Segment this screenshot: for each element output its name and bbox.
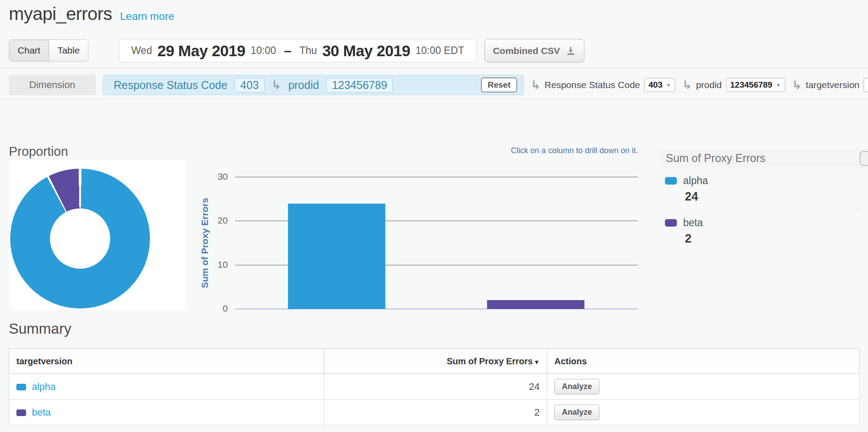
selector-label: targetversion: [806, 80, 859, 90]
start-day: Wed: [131, 45, 152, 57]
column-header-label: Sum of Proxy Errors: [447, 356, 533, 366]
view-toggle: Chart Table: [9, 39, 88, 62]
dimension-selector-group: ↳ Response Status Code 403 ▼: [531, 78, 675, 92]
column-header-sum-proxy-errors[interactable]: Sum of Proxy Errors▼: [324, 349, 547, 374]
summary-title: Summary: [9, 320, 71, 337]
download-icon: [565, 46, 576, 56]
legend-item-alpha: alpha: [665, 175, 868, 187]
bar-alpha[interactable]: [288, 204, 385, 309]
branch-arrow-icon: ↳: [531, 79, 541, 91]
legend-value: 2: [685, 232, 868, 246]
end-date: 30 May 2019: [322, 42, 410, 60]
row-value-alpha: 24: [324, 374, 547, 400]
selector-dropdown-status-code[interactable]: 403 ▼: [644, 78, 676, 92]
summary-table: targetversion Sum of Proxy Errors▼ Actio…: [9, 348, 860, 425]
selector-label: Response Status Code: [545, 80, 640, 90]
y-tick: 30: [208, 171, 228, 182]
row-link-beta[interactable]: beta: [32, 407, 51, 418]
table-row-alpha: alpha 24 Analyze: [9, 374, 860, 400]
toolbar: Chart Table Wed 29 May 2019 10:00 – Thu …: [9, 39, 868, 62]
date-range-picker[interactable]: Wed 29 May 2019 10:00 – Thu 30 May 2019 …: [119, 39, 476, 62]
row-swatch-beta: [16, 409, 26, 416]
dimension-bar: Dimension Response Status Code 403 ↳ pro…: [9, 74, 868, 96]
legend-title: Sum of Proxy Errors: [659, 149, 868, 167]
selector-value: 123456789: [730, 80, 772, 90]
table-header-row: targetversion Sum of Proxy Errors▼ Actio…: [9, 349, 860, 374]
row-value-beta: 2: [324, 400, 547, 425]
legend-label: alpha: [683, 175, 708, 187]
dimension-label: Dimension: [9, 75, 96, 95]
selector-dropdown-targetversion[interactable]: All ▼: [864, 78, 868, 92]
legend-overflow-button[interactable]: [860, 151, 868, 166]
sort-descending-icon: ▼: [534, 359, 540, 366]
dimension-selector-group: ↳ targetversion All ▼: [792, 78, 868, 92]
page-header: myapi_errors Learn more: [9, 4, 174, 24]
column-header-actions: Actions: [547, 349, 860, 374]
proportion-donut-chart[interactable]: [10, 169, 150, 309]
legend-item-beta: beta: [665, 217, 868, 229]
combined-csv-button[interactable]: Combined CSV: [484, 39, 584, 62]
filter-value-chip[interactable]: 403: [234, 78, 265, 93]
y-tick: 10: [208, 259, 228, 270]
header-divider: [0, 68, 868, 69]
date-range-separator: –: [281, 43, 294, 58]
legend-swatch-beta: [665, 219, 677, 227]
gridline-30: [235, 177, 638, 177]
chevron-down-icon: ▼: [776, 82, 781, 88]
row-swatch-alpha: [16, 384, 26, 390]
legend-divider: [665, 210, 860, 210]
dimension-selector-group: ↳ prodid 123456789 ▼: [682, 78, 785, 92]
selector-label: prodid: [696, 80, 722, 90]
legend-panel: Sum of Proxy Errors alpha 24 beta 2: [659, 149, 868, 252]
start-date: 29 May 2019: [157, 42, 246, 60]
table-row-beta: beta 2 Analyze: [9, 400, 860, 425]
tab-chart[interactable]: Chart: [9, 40, 49, 61]
analyze-button-alpha[interactable]: Analyze: [554, 379, 599, 394]
bar-chart: Sum of Proxy Errors 30 20 10 0: [235, 177, 638, 309]
learn-more-link[interactable]: Learn more: [120, 10, 174, 23]
start-time: 10:00: [251, 45, 277, 57]
y-axis-label: Sum of Proxy Errors: [200, 198, 210, 288]
tab-table[interactable]: Table: [49, 40, 88, 61]
proportion-chart-panel: [9, 160, 186, 310]
drill-down-hint: Click on a column to drill down on it.: [511, 146, 638, 155]
row-link-alpha[interactable]: alpha: [32, 381, 56, 392]
branch-arrow-icon: ↳: [272, 79, 281, 91]
legend-swatch-alpha: [665, 177, 677, 185]
end-time: 10:00 EDT: [415, 45, 464, 57]
end-day: Thu: [300, 45, 317, 57]
selector-value: 403: [649, 80, 663, 90]
chevron-down-icon: ▼: [666, 82, 671, 88]
legend-label: beta: [683, 217, 703, 229]
y-tick: 20: [208, 215, 228, 226]
donut-hole: [50, 208, 110, 269]
reset-button[interactable]: Reset: [481, 77, 517, 93]
filter-name: prodid: [288, 79, 319, 92]
bar-beta[interactable]: [487, 300, 584, 309]
y-tick: 0: [208, 303, 228, 314]
filter-value-chip[interactable]: 123456789: [326, 78, 393, 93]
legend-body: alpha 24 beta 2: [659, 167, 868, 246]
filter-name: Response Status Code: [114, 79, 227, 92]
branch-arrow-icon: ↳: [682, 79, 692, 91]
legend-value: 24: [685, 190, 868, 204]
combined-csv-label: Combined CSV: [493, 46, 560, 56]
analyze-button-beta[interactable]: Analyze: [554, 405, 599, 420]
branch-arrow-icon: ↳: [792, 79, 802, 91]
proportion-title: Proportion: [9, 144, 68, 159]
page-title: myapi_errors: [9, 4, 112, 24]
column-header-targetversion: targetversion: [9, 349, 324, 374]
selector-dropdown-prodid[interactable]: 123456789 ▼: [726, 78, 785, 92]
dimension-row-divider: [0, 99, 868, 100]
applied-filters-panel: Response Status Code 403 ↳ prodid 123456…: [103, 75, 524, 95]
